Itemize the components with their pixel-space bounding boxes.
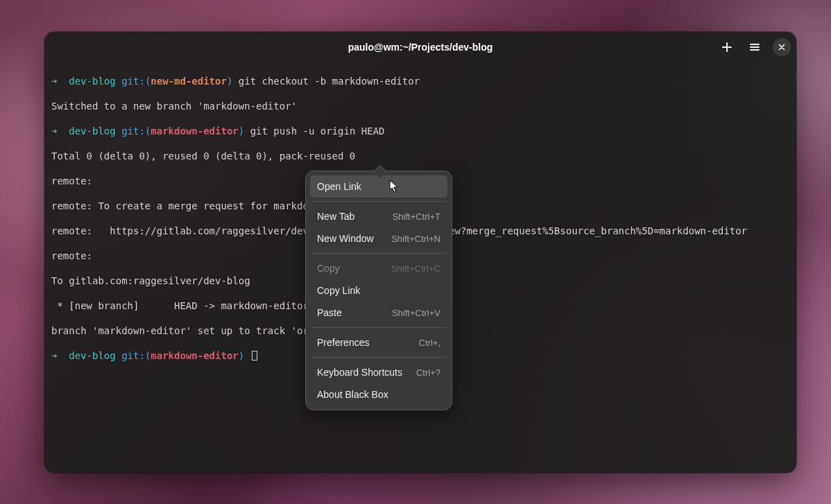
prompt-dir: dev-blog bbox=[69, 76, 115, 87]
menu-label: New Window bbox=[317, 233, 374, 244]
hamburger-menu-button[interactable] bbox=[745, 37, 764, 57]
plus-icon bbox=[721, 42, 733, 53]
prompt-arrow: ➜ bbox=[51, 76, 57, 87]
prompt-git: git: bbox=[121, 125, 145, 137]
menu-shortcut: Ctrl+, bbox=[419, 338, 440, 348]
menu-separator bbox=[311, 327, 446, 328]
close-button[interactable] bbox=[773, 38, 791, 56]
menu-new-window[interactable]: New Window Shift+Ctrl+N bbox=[310, 227, 447, 250]
cursor-block bbox=[252, 351, 257, 360]
menu-separator bbox=[311, 201, 446, 202]
menu-separator bbox=[311, 253, 446, 254]
prompt-paren-close: ) bbox=[239, 350, 244, 361]
prompt-git: git: bbox=[121, 350, 145, 361]
menu-shortcut: Ctrl+? bbox=[416, 367, 440, 378]
output-line: Total 0 (delta 0), reused 0 (delta 0), p… bbox=[51, 150, 789, 162]
output-line: Switched to a new branch 'markdown-edito… bbox=[51, 100, 789, 112]
menu-open-link[interactable]: Open Link bbox=[310, 175, 447, 198]
context-menu: Open Link New Tab Shift+Ctrl+T New Windo… bbox=[305, 171, 452, 410]
menu-copy: Copy Shift+Ctrl+C bbox=[310, 257, 447, 279]
menu-label: About Black Box bbox=[317, 389, 388, 400]
command-text: git checkout -b markdown-editor bbox=[232, 76, 420, 87]
prompt-dir: dev-blog bbox=[69, 350, 115, 361]
menu-preferences[interactable]: Preferences Ctrl+, bbox=[310, 331, 447, 354]
branch-name: markdown-editor bbox=[151, 125, 238, 137]
prompt-paren-close: ) bbox=[239, 125, 244, 137]
menu-copy-link[interactable]: Copy Link bbox=[310, 279, 447, 302]
branch-name: new-md-editor bbox=[151, 76, 227, 87]
menu-label: Copy bbox=[317, 263, 340, 274]
menu-paste[interactable]: Paste Shift+Ctrl+V bbox=[310, 302, 447, 324]
titlebar[interactable]: paulo@wm:~/Projects/dev-blog bbox=[44, 32, 796, 62]
menu-separator bbox=[311, 357, 446, 358]
menu-shortcut: Shift+Ctrl+V bbox=[392, 308, 440, 318]
menu-shortcut: Shift+Ctrl+T bbox=[393, 211, 440, 222]
menu-label: Paste bbox=[317, 307, 342, 318]
new-tab-button[interactable] bbox=[717, 37, 737, 57]
menu-label: Copy Link bbox=[317, 285, 360, 296]
menu-label: Open Link bbox=[317, 181, 361, 192]
prompt-git: git: bbox=[121, 76, 145, 87]
menu-label: Preferences bbox=[317, 337, 369, 348]
prompt-arrow: ➜ bbox=[51, 350, 57, 361]
titlebar-controls bbox=[717, 32, 791, 62]
menu-about[interactable]: About Black Box bbox=[310, 383, 447, 406]
prompt-arrow: ➜ bbox=[51, 125, 57, 137]
menu-shortcut: Shift+Ctrl+C bbox=[391, 263, 440, 274]
menu-new-tab[interactable]: New Tab Shift+Ctrl+T bbox=[310, 205, 447, 227]
menu-label: Keyboard Shortcuts bbox=[317, 367, 402, 378]
window-title: paulo@wm:~/Projects/dev-blog bbox=[348, 42, 493, 53]
prompt-dir: dev-blog bbox=[69, 125, 115, 137]
menu-shortcut: Shift+Ctrl+N bbox=[391, 234, 440, 244]
close-icon bbox=[777, 42, 787, 52]
hamburger-icon bbox=[749, 42, 760, 53]
branch-name: markdown-editor bbox=[151, 350, 238, 361]
menu-keyboard-shortcuts[interactable]: Keyboard Shortcuts Ctrl+? bbox=[310, 361, 447, 383]
command-text: git push -u origin HEAD bbox=[244, 125, 384, 137]
menu-label: New Tab bbox=[317, 211, 354, 222]
